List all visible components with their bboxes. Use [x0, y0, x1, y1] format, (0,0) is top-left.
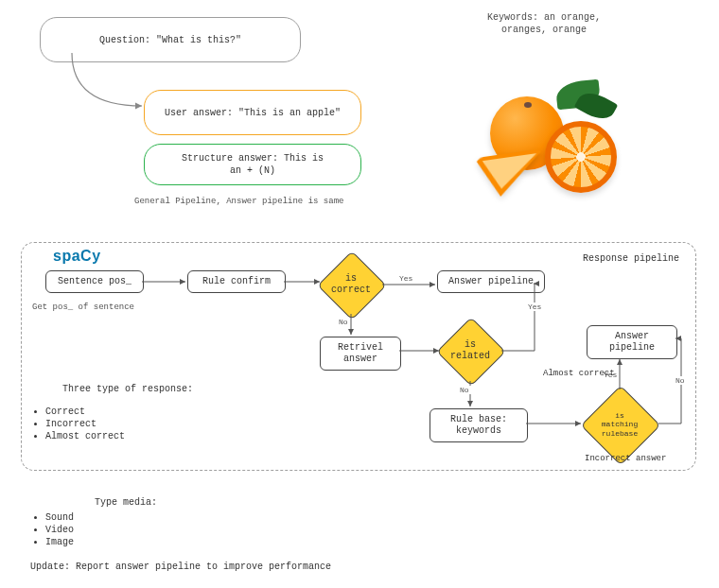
node-answer-pipeline-right: Answer pipeline — [587, 325, 677, 359]
question-bubble: Question: "What is this?" — [40, 17, 301, 62]
node-label: keywords — [436, 425, 521, 437]
update-note: Update: Report answer pipeline to improv… — [30, 562, 331, 572]
node-answer-pipeline-top: Answer pipeline — [437, 270, 545, 293]
edge-yes-mid: Yes — [526, 303, 543, 311]
user-answer-text: User answer: "This is an apple" — [165, 107, 341, 119]
panel-title: Response pipeline — [583, 253, 679, 264]
label-almost-correct: Almost correct — [543, 369, 615, 378]
structure-answer-line1: Structure answer: This is — [158, 152, 347, 164]
list-item: Video — [45, 525, 74, 535]
question-text: Question: "What is this?" — [99, 34, 241, 46]
structure-answer-bubble: Structure answer: This is an + (N) — [144, 144, 361, 185]
decision-label: correct — [331, 285, 371, 295]
node-retrieval-answer: Retrivel answer — [320, 337, 401, 371]
decision-label: is — [465, 339, 476, 350]
get-pos-caption: Get pos_ of sentence — [32, 303, 134, 312]
node-label: Rule base: — [436, 414, 521, 425]
orange-wedge-icon — [474, 148, 549, 199]
decision-label: related — [450, 351, 490, 361]
keywords-line2: oranges, orange — [464, 24, 624, 36]
edge-no-2: No — [458, 386, 471, 394]
edge-no-right: No — [674, 376, 687, 385]
response-types-list: Correct Incorrect Almost correct — [30, 406, 125, 443]
node-label: Retrivel answer — [338, 342, 383, 364]
response-types-title: Three type of response: — [62, 384, 193, 394]
user-answer-bubble: User answer: "This is an apple" — [144, 90, 361, 135]
node-rule-confirm: Rule confirm — [187, 270, 286, 293]
node-label: Rule confirm — [202, 276, 271, 286]
list-item: Image — [45, 537, 74, 547]
list-item: Correct — [45, 406, 125, 417]
keywords-line1: Keywords: an orange, — [464, 11, 624, 24]
node-sentence-pos: Sentence pos_ — [45, 270, 144, 293]
node-label: Answer pipeline — [448, 276, 534, 286]
decision-is-matching-rulebase: is matchingrulebase — [592, 397, 647, 452]
type-media-title: Type media: — [95, 497, 157, 508]
general-pipeline-caption: General Pipeline, Answer pipeline is sam… — [134, 197, 343, 206]
structure-answer-line2: an + (N) — [158, 164, 347, 177]
node-label: Sentence pos_ — [58, 276, 132, 286]
label-incorrect-answer: Incorrect answer — [585, 454, 666, 463]
decision-is-correct: iscorrect — [327, 261, 375, 308]
decision-label: is matching — [602, 411, 638, 429]
type-media-list: Sound Video Image — [30, 512, 74, 549]
decision-label: rulebase — [602, 429, 638, 438]
orange-half-icon — [545, 121, 617, 193]
node-rule-base-keywords: Rule base: keywords — [430, 408, 528, 442]
decision-label: is — [345, 273, 357, 284]
decision-is-related: isrelated — [447, 327, 494, 374]
node-label: Answer pipeline — [593, 331, 671, 354]
list-item: Sound — [45, 512, 74, 523]
spacy-logo: spaCy — [53, 248, 101, 265]
keywords-label: Keywords: an orange, oranges, orange — [464, 11, 624, 36]
list-item: Almost correct — [45, 431, 125, 441]
edge-yes-top: Yes — [397, 274, 414, 283]
list-item: Incorrect — [45, 419, 125, 429]
orange-illustration — [464, 68, 624, 191]
diagram-stage: Question: "What is this?" User answer: "… — [0, 0, 719, 588]
edge-no-1: No — [337, 318, 350, 326]
